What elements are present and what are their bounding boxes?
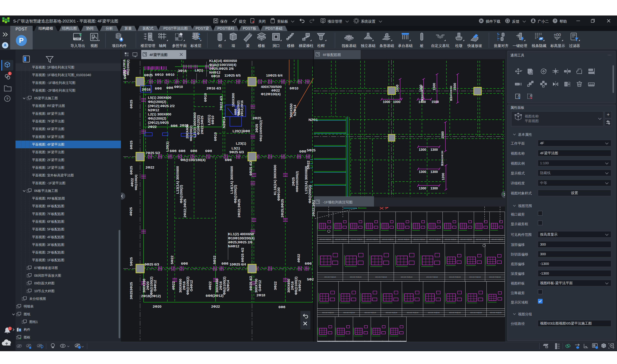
- svg-text:6Φ8: 6Φ8: [221, 261, 228, 265]
- svg-text:2Φ16: 2Φ16: [219, 281, 222, 290]
- svg-text:1300: 1300: [419, 148, 426, 151]
- svg-text:Φ8@200(2): Φ8@200(2): [148, 100, 166, 104]
- svg-text:400X400 Φ8@100: 400X400 Φ8@100: [324, 276, 336, 278]
- svg-text:300X700: 300X700: [254, 279, 258, 293]
- svg-text:N2Φ14: N2Φ14: [222, 117, 226, 128]
- svg-text:1300: 1300: [419, 186, 426, 190]
- svg-text:400X400 Φ8@100: 400X400 Φ8@100: [428, 312, 440, 313]
- svg-text:6Φ8: 6Φ8: [279, 305, 285, 309]
- svg-text:6Φ8: 6Φ8: [205, 149, 212, 153]
- svg-text:N4Φ12: N4Φ12: [228, 244, 239, 248]
- svg-text:6Φ8: 6Φ8: [167, 86, 173, 90]
- svg-text:5Φ2: 5Φ2: [307, 277, 314, 281]
- svg-text:4F梁平法图: 4F梁平法图: [149, 53, 167, 57]
- svg-text:6Φ10: 6Φ10: [211, 74, 220, 78]
- svg-text:1000: 1000: [383, 100, 390, 104]
- svg-text:7Φ22 4/3: 7Φ22 4/3: [219, 96, 223, 110]
- svg-text:400X400 Φ8@100: 400X400 Φ8@100: [491, 239, 503, 240]
- svg-text:2: 2: [145, 33, 146, 36]
- svg-text:L20(1): L20(1): [166, 142, 169, 152]
- svg-text:KL1(2) 400X650: KL1(2) 400X650: [228, 232, 254, 236]
- svg-text:10Φ25 6/4: 10Φ25 6/4: [266, 74, 283, 77]
- svg-text:400X400 Φ8@100: 400X400 Φ8@100: [366, 239, 378, 240]
- svg-text:400X400 Φ8@100: 400X400 Φ8@100: [392, 340, 403, 342]
- svg-text:2Φ16: 2Φ16: [182, 281, 186, 290]
- svg-text:P: P: [19, 37, 24, 44]
- svg-text:Φ12Φ100(4): Φ12Φ100(4): [261, 92, 281, 96]
- svg-text:11Φ25 6/5: 11Φ25 6/5: [224, 74, 241, 77]
- svg-text:L8(1): L8(1): [195, 68, 203, 72]
- svg-text:附加Φ10Φ150: 附加Φ10Φ150: [450, 86, 452, 101]
- svg-text:Φ8@200(2): Φ8@200(2): [127, 60, 130, 75]
- svg-text:6Φ10: 6Φ10: [213, 132, 217, 141]
- svg-text:N2Φ1: N2Φ1: [308, 118, 318, 122]
- svg-text:Φ8@100(2): Φ8@100(2): [222, 276, 226, 295]
- svg-text:1200: 1200: [441, 173, 445, 181]
- svg-text:400X400 Φ8@100: 400X400 Φ8@100: [338, 340, 350, 342]
- svg-text:4Φ22: 4Φ22: [130, 178, 134, 187]
- svg-text:8F板配筋图: 8F板配筋图: [323, 53, 341, 57]
- svg-text:6Φ25 4/2: 6Φ25 4/2: [241, 247, 244, 262]
- svg-text:6Φ25: 6Φ25: [144, 73, 153, 77]
- svg-text:5Φ22: 5Φ22: [213, 256, 216, 264]
- svg-text:6Φ25 4/2: 6Φ25 4/2: [249, 276, 253, 290]
- svg-text:3Φ25: 3Φ25: [255, 124, 258, 133]
- svg-text:6Φ8: 6Φ8: [155, 86, 162, 90]
- svg-text:2Φ16: 2Φ16: [290, 281, 294, 290]
- svg-text:2Φ16 4/3: 2Φ16 4/3: [206, 86, 221, 90]
- svg-text:Φ8Φ100/200(2): Φ8Φ100/200(2): [296, 171, 299, 192]
- svg-text:6Φ8: 6Φ8: [179, 149, 185, 153]
- svg-text:7Φ25 5/2: 7Φ25 5/2: [146, 151, 160, 155]
- svg-text:L20(1): L20(1): [232, 129, 243, 133]
- svg-text:5Φ25;8Φ25 2/6: 5Φ25;8Φ25 2/6: [209, 67, 234, 70]
- svg-text:N2Φ12: N2Φ12: [148, 108, 159, 112]
- svg-text:附加Φ10Φ150: 附加Φ10Φ150: [441, 151, 444, 166]
- svg-text:N2Φ14: N2Φ14: [226, 280, 230, 291]
- svg-text:300X650: 300X650: [287, 279, 291, 293]
- svg-text:L14(1A) 300X600: L14(1A) 300X600: [230, 166, 233, 194]
- svg-text:1: 1: [9, 72, 11, 75]
- svg-text:1300: 1300: [419, 170, 426, 174]
- svg-text:400X400 Φ8@100: 400X400 Φ8@100: [356, 340, 368, 342]
- svg-text:6Φ8: 6Φ8: [299, 149, 306, 153]
- svg-text:2Φ18: 2Φ18: [257, 293, 265, 297]
- svg-text:400X700/500: 400X700/500: [261, 85, 282, 89]
- svg-text:Φ8@100(2): Φ8@100(2): [294, 276, 298, 295]
- svg-text:5Φ25: 5Φ25: [129, 257, 133, 266]
- svg-text:Φ8@100Φ20(2): Φ8@100Φ20(2): [259, 120, 263, 142]
- svg-text:6Φ10: 6Φ10: [174, 85, 183, 89]
- svg-text:Φ8@200(2): Φ8@200(2): [179, 185, 183, 203]
- svg-text:400X400 Φ8@100: 400X400 Φ8@100: [401, 276, 412, 278]
- svg-text:Φ8@100(2): Φ8@100(2): [186, 276, 190, 295]
- svg-text:G4Φ12: G4Φ12: [258, 280, 262, 292]
- svg-text:KL6(14) 400X650: KL6(14) 400X650: [209, 59, 237, 63]
- svg-text:2Φ22;3Φ2: 2Φ22;3Φ2: [311, 200, 315, 217]
- svg-text:200X400: 200X400: [185, 125, 189, 139]
- svg-text:400X400 Φ8@100: 400X400 Φ8@100: [489, 276, 501, 278]
- svg-text:2Φ22;3Φ25: 2Φ22;3Φ25: [183, 199, 187, 218]
- svg-text:Φ8@200(2): Φ8@200(2): [148, 117, 166, 120]
- svg-text:400X400 Φ8@100: 400X400 Φ8@100: [364, 312, 376, 313]
- svg-text:2: 2: [145, 36, 146, 38]
- svg-text:N4Φ12: N4Φ12: [298, 280, 301, 291]
- svg-text:1500: 1500: [441, 131, 444, 139]
- svg-text:L13(1A) 300X600: L13(1A) 300X600: [176, 166, 180, 194]
- svg-text:400X400 Φ8@100: 400X400 Φ8@100: [386, 312, 397, 313]
- svg-text:400X400 Φ8@100: 400X400 Φ8@100: [351, 239, 362, 240]
- svg-text:Φ8@100(4): Φ8@100(4): [134, 175, 138, 190]
- svg-text:400X400 Φ8@100: 400X400 Φ8@100: [350, 276, 361, 278]
- svg-text:Φ8@100/180(4): Φ8@100/180(4): [180, 158, 206, 162]
- svg-text:Φ10@100/150(4): Φ10@100/150(4): [209, 63, 236, 67]
- svg-text:6Φ25: 6Φ25: [129, 141, 133, 149]
- svg-text:Φ8@100(2): Φ8@100(2): [149, 276, 153, 295]
- svg-text:N4Φ12: N4Φ12: [209, 70, 220, 74]
- svg-text:2Φ16: 2Φ16: [142, 88, 150, 91]
- svg-text:2Φ22;3Φ25: 2Φ22;3Φ25: [237, 199, 241, 218]
- svg-text:5Φ22: 5Φ22: [306, 161, 310, 169]
- svg-text:Φ8@200(2): Φ8@200(2): [308, 185, 312, 203]
- svg-text:-1F墙柱列表注写图: -1F墙柱列表注写图: [323, 200, 353, 204]
- svg-text:2Φ25: 2Φ25: [253, 116, 261, 120]
- svg-text:1000: 1000: [393, 100, 401, 104]
- svg-text:6Φ8: 6Φ8: [238, 109, 241, 115]
- svg-text:5Φ22: 5Φ22: [170, 256, 174, 264]
